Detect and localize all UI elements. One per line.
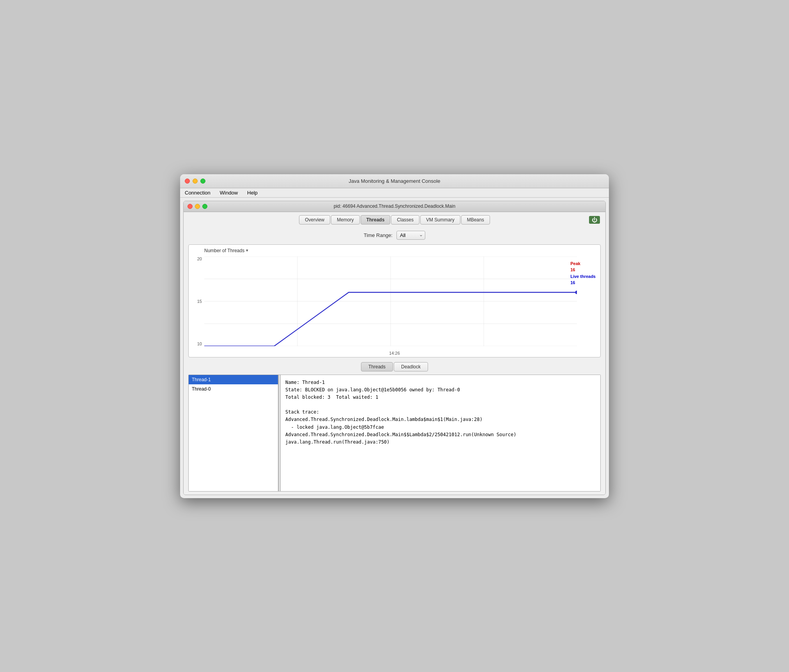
legend-live-value: 16 xyxy=(570,279,596,286)
detail-blocked: Total blocked: 3 Total waited: 1 xyxy=(285,394,596,401)
time-range-row: Time Range: All 1 min 5 min 15 min 1 hou… xyxy=(188,231,601,240)
menu-bar: Connection Window Help xyxy=(180,188,609,198)
detail-blank xyxy=(285,401,596,409)
tab-threads[interactable]: Threads xyxy=(361,215,391,225)
outer-window: Java Monitoring & Management Console Con… xyxy=(180,174,609,498)
thread-count-chart: Number of Threads ▾ 20 15 10 xyxy=(188,244,601,357)
inner-maximize-button[interactable] xyxy=(202,204,207,209)
legend-peak-value: 16 xyxy=(570,267,596,273)
detail-name: Name: Thread-1 xyxy=(285,379,596,386)
y-axis-labels: 20 15 10 xyxy=(189,256,203,346)
inner-window: pid: 46694 Advanced.Thread.Synchronized.… xyxy=(183,201,606,495)
time-range-label: Time Range: xyxy=(364,232,393,238)
detail-line2: - locked java.lang.Object@5b7fcae xyxy=(285,424,596,431)
inner-minimize-button[interactable] xyxy=(195,204,200,209)
main-tab-bar: Overview Memory Threads Classes VM Summa… xyxy=(184,212,605,228)
chart-title-arrow[interactable]: ▾ xyxy=(246,248,248,253)
inner-close-button[interactable] xyxy=(188,204,193,209)
menu-connection[interactable]: Connection xyxy=(183,189,212,196)
outer-minimize-button[interactable] xyxy=(193,179,198,184)
bottom-tab-deadlock[interactable]: Deadlock xyxy=(394,362,428,371)
menu-window[interactable]: Window xyxy=(218,189,239,196)
chart-svg-wrapper xyxy=(204,256,577,346)
outer-window-title: Java Monitoring & Management Console xyxy=(349,178,440,184)
thread-detail-content: Name: Thread-1 State: BLOCKED on java.la… xyxy=(281,375,600,491)
content-area: Time Range: All 1 min 5 min 15 min 1 hou… xyxy=(184,228,605,495)
detail-stack-label: Stack trace: xyxy=(285,409,596,416)
legend-peak-label: Peak xyxy=(570,260,596,267)
threads-detail-panel: Thread-1 Thread-0 Name: Thread-1 State: … xyxy=(188,375,601,492)
detail-line4: java.lang.Thread.run(Thread.java:750) xyxy=(285,439,596,446)
x-axis-label: 14:26 xyxy=(389,351,400,355)
thread-list: Thread-1 Thread-0 xyxy=(189,375,278,491)
legend-live-label: Live threads xyxy=(570,273,596,280)
thread-item-thread0[interactable]: Thread-0 xyxy=(189,384,278,394)
svg-point-8 xyxy=(575,290,577,294)
inner-window-title: pid: 46694 Advanced.Thread.Synchronized.… xyxy=(334,203,455,209)
bottom-tab-threads[interactable]: Threads xyxy=(361,362,393,371)
thread-item-thread1[interactable]: Thread-1 xyxy=(189,375,278,384)
tab-mbeans[interactable]: MBeans xyxy=(461,215,490,225)
tab-overview[interactable]: Overview xyxy=(299,215,330,225)
tab-vm-summary[interactable]: VM Summary xyxy=(420,215,460,225)
tab-memory[interactable]: Memory xyxy=(331,215,359,225)
chart-legend: Peak 16 Live threads 16 xyxy=(570,260,596,286)
outer-close-button[interactable] xyxy=(185,179,190,184)
chart-title-label: Number of Threads xyxy=(204,248,244,253)
inner-window-controls xyxy=(188,204,207,209)
detail-state: State: BLOCKED on java.lang.Object@1e5b0… xyxy=(285,386,596,394)
chart-title-row: Number of Threads ▾ xyxy=(204,248,597,253)
time-range-select-wrapper: All 1 min 5 min 15 min 1 hour xyxy=(396,231,425,240)
detail-line1: Advanced.Thread.Synchronized.Deadlock.Ma… xyxy=(285,416,596,423)
outer-window-controls xyxy=(185,179,205,184)
detail-line3: Advanced.Thread.Synchronized.Deadlock.Ma… xyxy=(285,431,596,439)
tab-classes[interactable]: Classes xyxy=(391,215,419,225)
inner-title-bar: pid: 46694 Advanced.Thread.Synchronized.… xyxy=(184,201,605,212)
connection-plug-icon: ⏻ xyxy=(589,216,600,224)
time-range-select[interactable]: All 1 min 5 min 15 min 1 hour xyxy=(396,231,425,240)
outer-title-bar: Java Monitoring & Management Console xyxy=(180,174,609,188)
y-label-10: 10 xyxy=(197,341,202,346)
menu-help[interactable]: Help xyxy=(246,189,259,196)
outer-maximize-button[interactable] xyxy=(200,179,205,184)
y-label-20: 20 xyxy=(197,256,202,261)
bottom-tab-bar: Threads Deadlock xyxy=(188,362,601,371)
chart-svg xyxy=(204,256,577,346)
y-label-15: 15 xyxy=(197,299,202,304)
